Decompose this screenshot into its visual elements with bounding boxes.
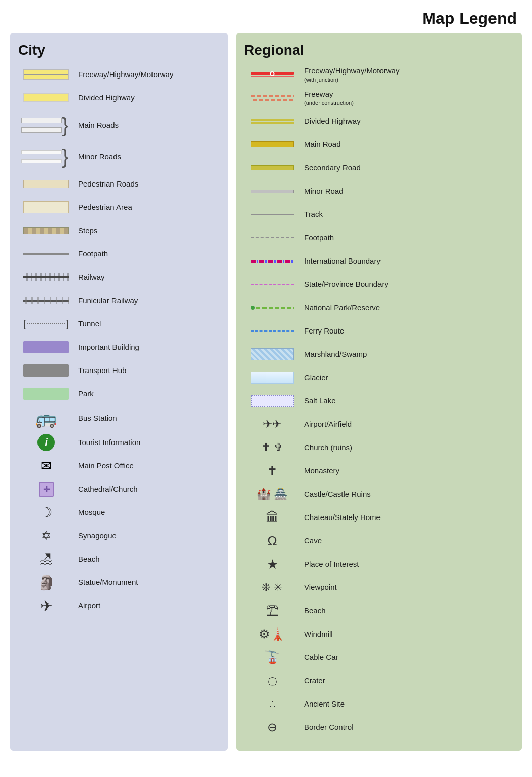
reg-border-icon: ⊖ <box>244 720 300 734</box>
mosque-icon: ☽ <box>18 505 74 521</box>
list-item: } Main Roads <box>18 112 220 138</box>
airport-city-icon: ✈ <box>18 597 74 615</box>
list-item: 🗿 Statue/Monument <box>18 573 220 591</box>
statue-label: Statue/Monument <box>78 577 138 587</box>
steps-label: Steps <box>78 226 97 236</box>
railway-icon <box>18 273 74 281</box>
synagogue-icon: ✡ <box>18 529 74 543</box>
list-item: ✉ Main Post Office <box>18 457 220 475</box>
reg-salt-lake-label: Salt Lake <box>304 396 336 406</box>
reg-glacier-label: Glacier <box>304 373 328 383</box>
page: Map Legend City Freeway/Highway/Motorway… <box>0 0 532 777</box>
reg-monastery-label: Monastery <box>304 466 339 476</box>
list-item: National Park/Reserve <box>244 299 514 317</box>
list-item: Park <box>18 385 220 403</box>
reg-intl-boundary-icon <box>244 260 300 263</box>
reg-viewpoint-icon: ❊ ✳ <box>244 581 300 594</box>
list-item: Railway <box>18 268 220 286</box>
reg-windmill-icon: ⚙🗼 <box>244 627 300 641</box>
bus-station-icon: 🚌 <box>18 408 74 428</box>
reg-freeway-construction-icon <box>244 95 300 101</box>
list-item: Ferry Route <box>244 322 514 340</box>
city-title: City <box>18 42 220 58</box>
reg-beach-label: Beach <box>304 606 326 616</box>
airport-city-label: Airport <box>78 601 100 611</box>
reg-divided-icon <box>244 119 300 124</box>
list-item: Salt Lake <box>244 392 514 410</box>
reg-cave-label: Cave <box>304 536 322 546</box>
reg-main-road-label: Main Road <box>304 139 341 150</box>
main-roads-label: Main Roads <box>78 120 119 130</box>
list-item: i Tourist Information <box>18 433 220 452</box>
reg-castle-label: Castle/Castle Ruins <box>304 489 371 499</box>
list-item: } Minor Roads <box>18 143 220 170</box>
tunnel-label: Tunnel <box>78 319 101 329</box>
reg-chateau-icon: 🏛 <box>244 510 300 526</box>
reg-airport-label: Airport/Airfield <box>304 419 352 429</box>
reg-crater-label: Crater <box>304 676 325 686</box>
divided-highway-city-icon <box>18 93 74 102</box>
reg-airport-icon: ✈✈ <box>244 418 300 431</box>
list-item: Divided Highway <box>18 89 220 107</box>
reg-border-label: Border Control <box>304 722 354 732</box>
reg-poi-label: Place of Interest <box>304 559 359 569</box>
pedestrian-roads-icon <box>18 180 74 188</box>
list-item: 🚡 Cable Car <box>244 648 514 667</box>
funicular-label: Funicular Railway <box>78 295 138 306</box>
list-item: Freeway/Highway/Motorway <box>18 65 220 84</box>
list-item: 🏰 🏯 Castle/Castle Ruins <box>244 485 514 503</box>
list-item: 🚌 Bus Station <box>18 408 220 428</box>
page-title: Map Legend <box>0 0 532 33</box>
cathedral-icon: ✛ <box>18 482 74 497</box>
reg-salt-lake-icon <box>244 395 300 407</box>
reg-track-icon <box>244 214 300 215</box>
important-building-label: Important Building <box>78 342 139 352</box>
reg-state-boundary-icon <box>244 284 300 285</box>
reg-castle-icon: 🏰 🏯 <box>244 488 300 501</box>
reg-ferry-icon <box>244 330 300 332</box>
statue-icon: 🗿 <box>18 574 74 591</box>
list-item: ✝ ✞ Church (ruins) <box>244 438 514 457</box>
funicular-icon <box>18 297 74 304</box>
tunnel-icon: [ ] <box>18 318 74 330</box>
list-item: ❊ ✳ Viewpoint <box>244 578 514 597</box>
list-item: ✝ Monastery <box>244 462 514 480</box>
reg-track-label: Track <box>304 209 323 219</box>
post-office-icon: ✉ <box>18 458 74 474</box>
post-office-label: Main Post Office <box>78 461 134 471</box>
list-item: ⊖ Border Control <box>244 718 514 736</box>
reg-crater-icon: ◌ <box>244 674 300 688</box>
list-item: Divided Highway <box>244 112 514 130</box>
regional-column: Regional Freeway/Highway/Motorway(with j… <box>236 33 522 751</box>
list-item: ⚙🗼 Windmill <box>244 625 514 643</box>
divided-highway-city-label: Divided Highway <box>78 93 135 103</box>
list-item: 🏖 Beach <box>18 550 220 568</box>
reg-cable-car-label: Cable Car <box>304 652 338 662</box>
important-building-icon <box>18 341 74 353</box>
list-item: ✈ Airport <box>18 597 220 615</box>
list-item: Funicular Railway <box>18 291 220 310</box>
reg-freeway-icon <box>244 72 300 77</box>
reg-cave-icon: Ω <box>244 533 300 549</box>
list-item: Main Road <box>244 135 514 154</box>
synagogue-label: Synagogue <box>78 531 117 541</box>
list-item: Marshland/Swamp <box>244 345 514 363</box>
tourist-info-icon: i <box>18 434 74 451</box>
reg-ferry-label: Ferry Route <box>304 326 344 336</box>
reg-cable-car-icon: 🚡 <box>244 650 300 664</box>
pedestrian-area-label: Pedestrian Area <box>78 202 132 212</box>
reg-viewpoint-label: Viewpoint <box>304 582 337 593</box>
reg-church-label: Church (ruins) <box>304 442 352 453</box>
reg-marshland-label: Marshland/Swamp <box>304 349 367 359</box>
beach-city-icon: 🏖 <box>18 551 74 567</box>
reg-monastery-icon: ✝ <box>244 463 300 479</box>
transport-hub-label: Transport Hub <box>78 365 126 376</box>
list-item: ✈✈ Airport/Airfield <box>244 415 514 433</box>
main-roads-icon: } <box>18 115 74 135</box>
reg-national-park-label: National Park/Reserve <box>304 303 380 313</box>
reg-glacier-icon <box>244 372 300 384</box>
list-item: [ ] Tunnel <box>18 315 220 333</box>
list-item: State/Province Boundary <box>244 275 514 293</box>
list-item: Pedestrian Roads <box>18 175 220 193</box>
reg-minor-road-icon <box>244 190 300 193</box>
